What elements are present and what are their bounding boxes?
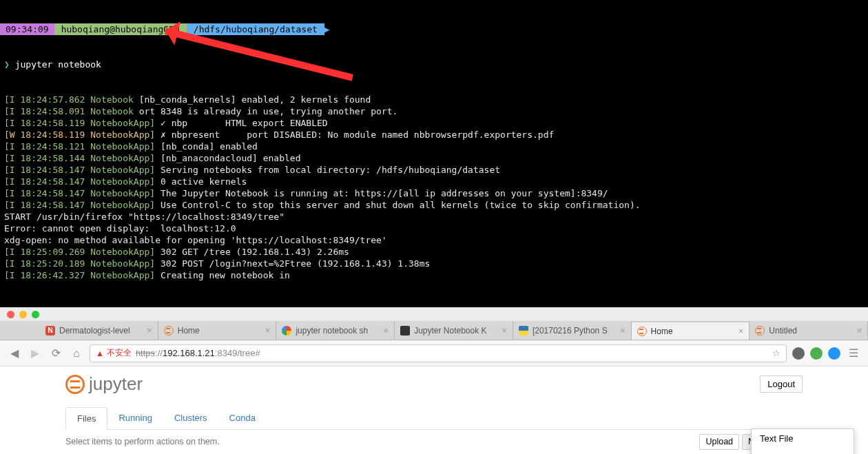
insecure-badge: ▲ 不安全 xyxy=(96,347,132,359)
log-line: Error: cannot open display: localhost:12… xyxy=(0,223,868,234)
log-line: [I 18:24:58.091 Notebook ort 8348 is alr… xyxy=(0,105,868,117)
maximize-window-button[interactable] xyxy=(32,311,39,318)
log-line: [I 18:24:58.119 NotebookApp] ✓ nbp HTML … xyxy=(0,117,868,129)
close-tab-icon[interactable]: × xyxy=(147,325,152,336)
log-line: [I 18:24:58.147 NotebookApp] The Jupyter… xyxy=(0,187,868,199)
new-dropdown: Text FileFolderTerminal Notebooks Python… xyxy=(751,429,854,454)
url-field[interactable]: ▲ 不安全 https://192.168.1.21:8349/tree# ☆ xyxy=(90,344,787,362)
dropdown-item[interactable]: Folder xyxy=(752,448,854,454)
extension-icon[interactable] xyxy=(828,347,840,360)
browser-tab[interactable]: jupyter notebook sh× xyxy=(276,321,395,340)
jupyter-tab-running[interactable]: Running xyxy=(107,407,163,429)
back-button[interactable]: ◀ xyxy=(7,346,22,361)
browser-tab[interactable]: NDermatologist-level× xyxy=(40,321,158,340)
tab-title: Untitled xyxy=(769,326,852,336)
prompt-user: huboqiang@huboqiangGPU xyxy=(54,23,187,35)
command-text: jupyter notebook xyxy=(15,59,101,70)
browser-tab-bar: NDermatologist-level×Home×jupyter notebo… xyxy=(0,321,868,340)
jupyter-tabs: FilesRunningClustersConda xyxy=(65,407,803,430)
tab-title: [20170216 Python S xyxy=(533,326,616,336)
tab-title: Jupyter Notebook K xyxy=(414,326,497,336)
url-text: https://192.168.1.21:8349/tree# xyxy=(136,348,260,358)
log-line: [I 18:26:42.327 NotebookApp] Creating ne… xyxy=(0,269,868,281)
select-hint: Select items to perform actions on them. xyxy=(65,437,220,446)
log-line: [I 18:25:09.269 NotebookApp] 302 GET /tr… xyxy=(0,246,868,258)
extension-icon[interactable] xyxy=(810,347,823,360)
browser-address-bar: ◀ ▶ ⟳ ⌂ ▲ 不安全 https://192.168.1.21:8349/… xyxy=(0,340,868,367)
terminal-prompt: 09:34:09huboqiang@huboqiangGPU/hdfs/hubo… xyxy=(0,23,868,35)
close-tab-icon[interactable]: × xyxy=(620,325,626,336)
upload-button[interactable]: Upload xyxy=(699,434,739,450)
tab-title: Home xyxy=(651,327,734,336)
window-controls xyxy=(0,307,868,321)
log-line: [I 18:24:58.147 NotebookApp] Use Control… xyxy=(0,199,868,211)
close-tab-icon[interactable]: × xyxy=(384,325,389,336)
logout-button[interactable]: Logout xyxy=(760,375,803,393)
tab-title: jupyter notebook sh xyxy=(296,326,379,336)
reload-button[interactable]: ⟳ xyxy=(48,346,63,361)
prompt-sep: ▶ xyxy=(324,23,330,35)
annotation-arrow xyxy=(165,28,353,81)
log-line: [I 18:24:58.144 NotebookApp] [nb_anacond… xyxy=(0,152,868,164)
browser-tab[interactable]: [20170216 Python S× xyxy=(513,321,632,340)
extension-icon[interactable] xyxy=(792,347,805,360)
jupyter-tab-conda[interactable]: Conda xyxy=(218,407,267,429)
log-line: xdg-open: no method available for openin… xyxy=(0,234,868,246)
minimize-window-button[interactable] xyxy=(19,311,27,318)
jupyter-dashboard: jupyter Logout FilesRunningClustersConda… xyxy=(0,367,868,454)
jupyter-logo[interactable]: jupyter xyxy=(65,373,143,395)
browser-tab[interactable]: Jupyter Notebook K× xyxy=(395,321,513,340)
prompt-time: 09:34:09 xyxy=(0,23,54,35)
log-line: [I 18:24:58.147 NotebookApp] 0 active ke… xyxy=(0,176,868,187)
terminal-command-line[interactable]: ❯ jupyter notebook xyxy=(0,59,868,70)
log-line: [W 18:24:58.119 NotebookApp] ✗ nbpresent… xyxy=(0,129,868,141)
jupyter-tab-files[interactable]: Files xyxy=(65,407,107,430)
log-line: [I 18:24:58.121 NotebookApp] [nb_conda] … xyxy=(0,141,868,152)
forward-button[interactable]: ▶ xyxy=(28,346,43,361)
close-window-button[interactable] xyxy=(7,311,14,318)
log-line: [I 18:25:20.189 NotebookApp] 302 POST /l… xyxy=(0,258,868,269)
browser-tab[interactable]: Home× xyxy=(632,321,750,340)
home-button[interactable]: ⌂ xyxy=(69,346,84,361)
browser-tab[interactable]: Home× xyxy=(158,321,277,340)
terminal: 09:34:09huboqiang@huboqiangGPU/hdfs/hubo… xyxy=(0,0,868,307)
tab-title: Home xyxy=(178,326,261,336)
log-line: [I 18:24:57.862 Notebook [nb_conda_kerne… xyxy=(0,94,868,105)
close-tab-icon[interactable]: × xyxy=(502,325,507,336)
close-tab-icon[interactable]: × xyxy=(265,325,271,336)
log-line: [I 18:24:58.147 NotebookApp] Serving not… xyxy=(0,164,868,176)
close-tab-icon[interactable]: × xyxy=(738,326,744,336)
prompt-path: /hdfs/huboqiang/dataset xyxy=(187,23,324,35)
log-line: START /usr/bin/firefox "https://localhos… xyxy=(0,211,868,223)
jupyter-tab-clusters[interactable]: Clusters xyxy=(163,407,218,429)
bookmark-star-icon[interactable]: ☆ xyxy=(772,348,781,358)
tab-title: Dermatologist-level xyxy=(59,326,143,336)
menu-button[interactable]: ☰ xyxy=(846,346,861,361)
jupyter-logo-icon xyxy=(65,375,85,394)
close-tab-icon[interactable]: × xyxy=(856,325,862,336)
dropdown-item[interactable]: Text File xyxy=(752,429,854,448)
browser-tab[interactable]: Untitled× xyxy=(750,321,868,340)
jupyter-header: jupyter Logout xyxy=(65,373,803,395)
